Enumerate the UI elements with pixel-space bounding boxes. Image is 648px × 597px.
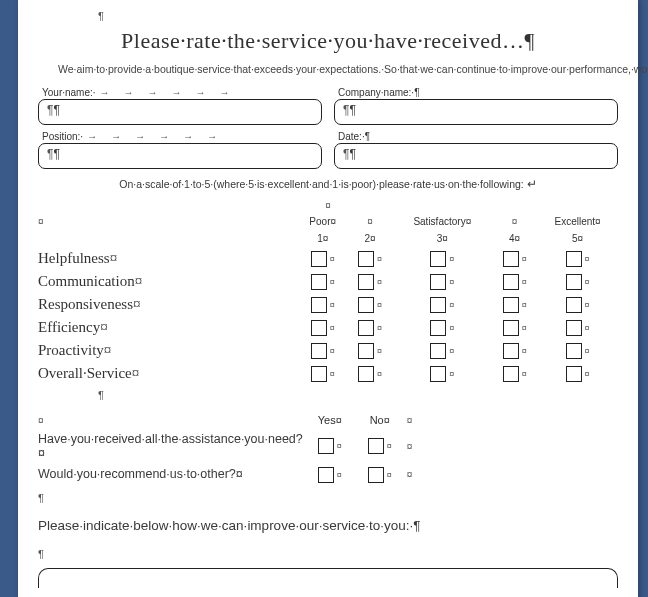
cell-mark: ¤ [377, 323, 382, 333]
leading-pilcrow: ¶ [38, 8, 618, 24]
rating-cell: ¤ [298, 270, 347, 293]
rating-cell: ¤ [537, 293, 618, 316]
rating-checkbox[interactable] [566, 297, 582, 313]
date-input[interactable]: ¶ [334, 143, 618, 169]
rating-checkbox[interactable] [311, 274, 327, 290]
rating-checkbox[interactable] [311, 343, 327, 359]
rating-cell: ¤ [492, 293, 537, 316]
your-name-input[interactable]: ¶ [38, 99, 322, 125]
rating-cell: ¤ [347, 270, 392, 293]
rating-cell: ¤ [492, 270, 537, 293]
header-4: 4¤ [492, 230, 537, 247]
rating-checkbox[interactable] [430, 274, 446, 290]
spacer-mark: ¤ [38, 197, 618, 213]
header-1: 1¤ [298, 230, 347, 247]
mid-pilcrow-2: ¶ [38, 490, 618, 506]
position-label: Position:· [42, 131, 83, 142]
rating-cell: ¤ [347, 316, 392, 339]
cell-mark: ¤ [522, 346, 527, 356]
rating-checkbox[interactable] [430, 297, 446, 313]
rating-cell: ¤ [537, 362, 618, 385]
yn-checkbox[interactable] [318, 467, 334, 483]
rating-checkbox[interactable] [358, 297, 374, 313]
rating-cell: ¤ [393, 270, 493, 293]
cell-mark: ¤ [522, 277, 527, 287]
rating-row-label: Helpfulness¤ [38, 247, 298, 270]
header-2: 2¤ [347, 230, 392, 247]
cell-mark: ¤ [449, 369, 454, 379]
rating-row: Proactivity¤¤¤¤¤¤ [38, 339, 618, 362]
rating-cell: ¤ [298, 339, 347, 362]
rating-cell: ¤ [537, 316, 618, 339]
cell-mark: ¤ [449, 323, 454, 333]
rating-checkbox[interactable] [566, 251, 582, 267]
yes-no-grid: ¤ Yes¤ No¤ ¤ Have·you·received·all·the·a… [38, 411, 618, 486]
rating-checkbox[interactable] [311, 297, 327, 313]
cell-mark: ¤ [585, 300, 590, 310]
cell-mark: ¤ [377, 346, 382, 356]
rating-checkbox[interactable] [566, 274, 582, 290]
rating-checkbox[interactable] [503, 320, 519, 336]
rating-row: Responsiveness¤¤¤¤¤¤ [38, 293, 618, 316]
rating-checkbox[interactable] [503, 251, 519, 267]
cell-mark: ¤ [330, 254, 335, 264]
rating-row: Overall·Service¤¤¤¤¤¤ [38, 362, 618, 385]
rating-checkbox[interactable] [358, 320, 374, 336]
field-position: Position:·→→→→→→ ¶ [38, 131, 322, 169]
rating-cell: ¤ [492, 247, 537, 270]
position-input[interactable]: ¶ [38, 143, 322, 169]
date-label: Date:·¶ [334, 131, 618, 142]
rating-cell: ¤ [393, 316, 493, 339]
rating-cell: ¤ [393, 247, 493, 270]
yn-checkbox[interactable] [368, 467, 384, 483]
rating-checkbox[interactable] [566, 320, 582, 336]
rating-cell: ¤ [537, 270, 618, 293]
rating-checkbox[interactable] [566, 343, 582, 359]
document-page: ¶ Please·rate·the·service·you·have·recei… [18, 0, 638, 597]
company-input[interactable]: ¶ [334, 99, 618, 125]
rating-checkbox[interactable] [503, 343, 519, 359]
yn-cell: ¤ [305, 429, 355, 463]
rating-checkbox[interactable] [503, 274, 519, 290]
rating-checkbox[interactable] [311, 366, 327, 382]
rating-checkbox[interactable] [430, 320, 446, 336]
cell-mark: ¤ [585, 323, 590, 333]
fields-row-1: Your·name:·→→→→→→ ¶ Company·name:·¶ ¶ [38, 87, 618, 125]
rating-checkbox[interactable] [358, 274, 374, 290]
yn-cell: ¤ [305, 463, 355, 486]
rating-cell: ¤ [492, 339, 537, 362]
scale-instruction: On·a·scale·of·1·to·5·(where·5·is·excelle… [38, 177, 618, 191]
rating-checkbox[interactable] [430, 366, 446, 382]
rating-checkbox[interactable] [358, 251, 374, 267]
rating-checkbox[interactable] [430, 251, 446, 267]
cell-mark: ¤ [387, 470, 392, 480]
rating-header-numbers: 1¤ 2¤ 3¤ 4¤ 5¤ [38, 230, 618, 247]
cell-mark: ¤ [377, 254, 382, 264]
rating-cell: ¤ [393, 362, 493, 385]
rating-checkbox[interactable] [503, 297, 519, 313]
cell-mark: ¤ [377, 277, 382, 287]
rating-checkbox[interactable] [503, 366, 519, 382]
cell-mark: ¤ [337, 470, 342, 480]
cell-mark: ¤ [330, 323, 335, 333]
cell-mark: ¤ [449, 277, 454, 287]
rating-checkbox[interactable] [358, 343, 374, 359]
rating-checkbox[interactable] [430, 343, 446, 359]
rating-checkbox[interactable] [566, 366, 582, 382]
rating-row-label: Overall·Service¤ [38, 362, 298, 385]
rating-row: Efficiency¤¤¤¤¤¤ [38, 316, 618, 339]
rating-checkbox[interactable] [311, 251, 327, 267]
company-label: Company·name:·¶ [334, 87, 618, 98]
fields-row-2: Position:·→→→→→→ ¶ Date:·¶ ¶ [38, 131, 618, 169]
rating-cell: ¤ [298, 316, 347, 339]
yn-row-label: Would·you·recommend·us·to·other?¤ [38, 463, 305, 486]
rating-checkbox[interactable] [311, 320, 327, 336]
yn-checkbox[interactable] [318, 438, 334, 454]
improve-textarea[interactable] [38, 568, 618, 588]
cell-mark: ¤ [585, 346, 590, 356]
yn-checkbox[interactable] [368, 438, 384, 454]
rating-header-labels: ¤ Poor¤ ¤ Satisfactory¤ ¤ Excellent¤ [38, 213, 618, 230]
rating-grid: ¤ Poor¤ ¤ Satisfactory¤ ¤ Excellent¤ 1¤ … [38, 213, 618, 385]
improve-prompt: Please·indicate·below·how·we·can·improve… [38, 518, 618, 533]
rating-checkbox[interactable] [358, 366, 374, 382]
